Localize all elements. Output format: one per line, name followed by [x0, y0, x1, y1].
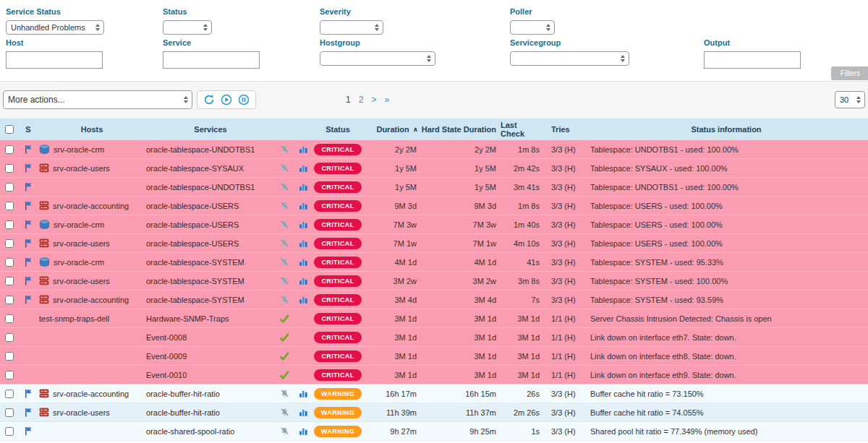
row-checkbox[interactable]	[5, 390, 14, 398]
header-hosts[interactable]: Hosts	[38, 119, 146, 140]
page-last-link[interactable]: »	[384, 95, 389, 105]
host-link[interactable]: srv-oracle-users	[53, 164, 110, 173]
row-checkbox[interactable]	[5, 296, 14, 304]
flag-icon[interactable]	[25, 145, 33, 154]
row-checkbox[interactable]	[5, 183, 14, 192]
flag-icon[interactable]	[25, 426, 33, 436]
service-link[interactable]: oracle-tablespace-USERS	[146, 202, 239, 210]
flag-icon[interactable]	[25, 182, 33, 192]
flag-icon[interactable]	[25, 257, 33, 267]
host-link[interactable]: srv-oracle-accounting	[53, 202, 129, 210]
performance-graph-icon[interactable]	[299, 276, 308, 285]
page-next-link[interactable]: >	[371, 95, 376, 105]
flag-icon[interactable]	[25, 408, 33, 417]
row-checkbox[interactable]	[5, 145, 14, 154]
monitoring-controls	[197, 90, 256, 109]
flag-icon[interactable]	[25, 295, 33, 304]
host-link[interactable]: srv-oracle-users	[53, 277, 110, 285]
row-checkbox[interactable]	[5, 258, 14, 267]
row-checkbox[interactable]	[5, 427, 14, 436]
page-2-link[interactable]: 2	[359, 95, 364, 105]
servicegroup-select[interactable]	[510, 51, 629, 66]
header-hard-state-duration[interactable]: Hard State Duration	[420, 119, 501, 140]
row-checkbox[interactable]	[5, 371, 14, 379]
more-actions-select[interactable]: More actions...	[3, 90, 192, 109]
service-link[interactable]: oracle-tablespace-USERS	[146, 220, 239, 229]
host-link[interactable]: srv-oracle-users	[53, 239, 110, 248]
flag-icon[interactable]	[25, 238, 33, 248]
header-services[interactable]: Services	[146, 119, 275, 140]
service-link[interactable]: oracle-tablespace-SYSAUX	[146, 164, 244, 173]
service-link[interactable]: oracle-tablespace-UNDOTBS1	[146, 183, 255, 192]
performance-graph-icon[interactable]	[299, 257, 308, 267]
status-badge: CRITICAL	[314, 144, 362, 155]
service-link[interactable]: Event-0008	[146, 333, 187, 342]
header-status-information[interactable]: Status information	[584, 119, 868, 140]
host-link[interactable]: srv-oracle-crm	[54, 258, 104, 267]
row-checkbox[interactable]	[5, 239, 14, 248]
row-checkbox[interactable]	[5, 314, 14, 323]
row-checkbox[interactable]	[5, 333, 14, 342]
service-link[interactable]: Event-0009	[146, 352, 187, 361]
output-input[interactable]	[704, 51, 801, 69]
pause-icon[interactable]	[237, 93, 250, 106]
service-link[interactable]: oracle-tablespace-USERS	[146, 239, 239, 248]
flag-icon[interactable]	[25, 201, 33, 210]
row-checkbox[interactable]	[5, 408, 14, 417]
service-link[interactable]: oracle-buffer-hit-ratio	[146, 390, 220, 398]
service-link[interactable]: Event-0010	[146, 371, 187, 379]
service-input[interactable]	[163, 51, 260, 69]
header-duration[interactable]: Duration ∧	[363, 119, 420, 140]
header-tries[interactable]: Tries	[544, 119, 584, 140]
performance-graph-icon[interactable]	[299, 145, 308, 154]
hostgroup-select[interactable]	[320, 51, 435, 66]
select-all-checkbox[interactable]	[5, 125, 14, 134]
service-status-select[interactable]: Unhandled Problems	[6, 20, 104, 35]
row-checkbox[interactable]	[5, 202, 14, 210]
host-link[interactable]: srv-oracle-accounting	[53, 390, 129, 398]
severity-select[interactable]	[320, 20, 383, 35]
poller-select[interactable]	[510, 20, 555, 35]
service-link[interactable]: oracle-tablespace-SYSTEM	[146, 277, 244, 285]
performance-graph-icon[interactable]	[299, 408, 308, 417]
service-link[interactable]: oracle-tablespace-UNDOTBS1	[146, 145, 255, 154]
select-arrows-icon	[182, 96, 190, 103]
row-checkbox[interactable]	[5, 164, 14, 173]
host-link[interactable]: srv-oracle-crm	[54, 220, 104, 229]
refresh-icon[interactable]	[203, 93, 216, 106]
header-status[interactable]: Status	[312, 119, 363, 140]
performance-graph-icon[interactable]	[299, 201, 308, 210]
status-select[interactable]	[163, 20, 212, 35]
host-input[interactable]	[6, 51, 103, 69]
performance-graph-icon[interactable]	[299, 182, 308, 192]
service-link[interactable]: oracle-shared-spool-ratio	[146, 427, 234, 436]
service-link[interactable]: oracle-tablespace-SYSTEM	[146, 258, 244, 267]
service-link[interactable]: oracle-buffer-hit-ratio	[146, 408, 220, 417]
performance-graph-icon[interactable]	[299, 389, 308, 398]
performance-graph-icon[interactable]	[299, 426, 308, 436]
header-s[interactable]: S	[19, 119, 38, 140]
play-icon[interactable]	[220, 93, 233, 106]
flag-icon[interactable]	[25, 220, 33, 229]
row-checkbox[interactable]	[5, 277, 14, 285]
service-link[interactable]: oracle-tablespace-SYSTEM	[146, 296, 244, 304]
host-link[interactable]: srv-oracle-crm	[54, 145, 104, 154]
flag-icon[interactable]	[25, 276, 33, 285]
host-link[interactable]: srv-oracle-users	[53, 408, 110, 417]
row-checkbox[interactable]	[5, 220, 14, 229]
host-link[interactable]: test-snmp-traps-dell	[39, 314, 109, 323]
flag-icon[interactable]	[25, 389, 33, 398]
page-size-select[interactable]: 30	[835, 91, 865, 108]
performance-graph-icon[interactable]	[299, 163, 308, 173]
performance-graph-icon[interactable]	[299, 220, 308, 229]
flag-icon[interactable]	[25, 163, 33, 173]
sort-asc-icon[interactable]: ∧	[413, 126, 418, 133]
host-link[interactable]: srv-oracle-accounting	[53, 296, 129, 304]
performance-graph-icon[interactable]	[299, 238, 308, 248]
service-link[interactable]: Hardware-SNMP-Traps	[146, 314, 229, 323]
filters-button[interactable]: Filters	[831, 66, 868, 80]
performance-graph-icon[interactable]	[299, 295, 308, 304]
row-checkbox[interactable]	[5, 352, 14, 361]
header-last-check[interactable]: Last Check	[501, 119, 544, 140]
duration-cell: 16h 17m	[363, 384, 420, 403]
